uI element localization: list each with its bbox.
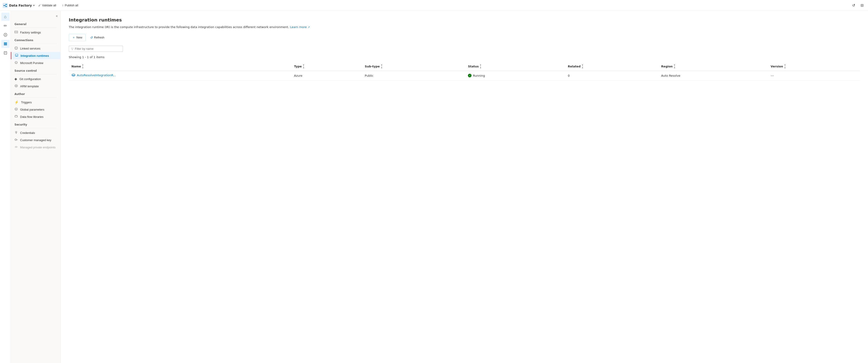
refresh-button-label: Refresh (94, 36, 104, 39)
svg-rect-11 (4, 52, 7, 54)
type-col-label: Type (294, 65, 302, 68)
svg-rect-9 (4, 44, 7, 44)
status-col-label: Status (468, 65, 479, 68)
validate-all-button[interactable]: ✓ Validate all (36, 2, 59, 8)
filter-by-name-input[interactable] (75, 47, 121, 51)
col-header-region: Region ↑↓ (658, 62, 768, 71)
author-divider (14, 97, 57, 98)
manage-icon (3, 42, 7, 46)
integration-runtimes-icon (15, 54, 18, 58)
sidebar-item-data-flow-libraries[interactable]: Data flow libraries (11, 113, 60, 120)
sidebar-item-customer-managed-key[interactable]: Customer managed key (11, 137, 60, 144)
global-parameters-icon (14, 108, 18, 112)
monitor-icon (3, 33, 7, 37)
filter-input-wrapper: ▽ (69, 46, 123, 52)
title-chevron-icon[interactable]: ▾ (33, 4, 35, 7)
validate-icon: ✓ (38, 4, 41, 7)
related-sort-icon: ↑↓ (581, 64, 583, 69)
status-sort-control[interactable]: Status ↑↓ (468, 64, 482, 69)
external-link-icon: ↗ (308, 26, 310, 29)
credentials-icon (14, 131, 18, 135)
table-header: Name ↑↓ Type ↑↓ Sub-type ↑↓ (69, 62, 860, 71)
subtype-sort-icon: ↑↓ (381, 64, 382, 69)
content-area: Integration runtimes The integration run… (61, 11, 868, 363)
col-header-subtype: Sub-type ↑↓ (362, 62, 465, 71)
learn-more-link[interactable]: Learn more ↗ (290, 25, 310, 29)
version-sort-control[interactable]: Version ↑↓ (771, 64, 786, 69)
type-sort-control[interactable]: Type ↑↓ (294, 64, 305, 69)
svg-point-15 (16, 48, 17, 49)
credentials-label: Credentials (20, 131, 35, 134)
git-configuration-label: Git configuration (20, 77, 41, 81)
main-layout: ⌂ ✏ « General (0, 11, 868, 363)
related-col-label: Related (568, 65, 581, 68)
settings-topbar-button[interactable]: ⊟ (859, 2, 865, 8)
author-section-label: Author (11, 90, 60, 97)
security-section-label: Security (11, 120, 60, 127)
name-col-label: Name (71, 65, 81, 68)
sidebar-item-integration-runtimes[interactable]: Integration runtimes (11, 52, 60, 59)
name-sort-control[interactable]: Name ↑↓ (71, 64, 84, 69)
triggers-label: Triggers (21, 101, 32, 104)
subtype-sort-control[interactable]: Sub-type ↑↓ (365, 64, 383, 69)
linked-services-icon (14, 47, 18, 51)
cell-status: Running (465, 71, 565, 81)
filter-bar: ▽ (69, 46, 860, 52)
region-sort-control[interactable]: Region ↑↓ (661, 64, 675, 69)
subtype-col-label: Sub-type (365, 65, 380, 68)
sidebar-item-git-configuration[interactable]: ◆ Git configuration (11, 75, 60, 83)
sidebar-item-linked-services[interactable]: Linked services (11, 45, 60, 52)
version-sort-icon: ↑↓ (784, 64, 786, 69)
refresh-icon: ↺ (90, 36, 93, 39)
manage-nav-button[interactable] (1, 40, 9, 48)
runtime-name-link[interactable]: AutoResolveIntegrationR... (77, 73, 116, 77)
version-col-label: Version (771, 65, 783, 68)
new-button[interactable]: ＋ New (69, 34, 86, 41)
collapse-sidebar-button[interactable]: « (55, 13, 59, 18)
data-flow-libraries-icon (14, 115, 18, 119)
topbar-left: Data Factory ▾ ✓ Validate all ↑ Publish … (3, 2, 848, 8)
svg-point-24 (16, 131, 17, 133)
sidebar-item-global-parameters[interactable]: Global parameters (11, 106, 60, 113)
monitor-nav-button[interactable] (1, 31, 9, 39)
col-header-status: Status ↑↓ (465, 62, 565, 71)
learn-icon (3, 51, 7, 55)
factory-settings-icon (14, 30, 18, 34)
customer-managed-key-icon (14, 138, 18, 142)
col-header-type: Type ↑↓ (291, 62, 362, 71)
general-divider (14, 28, 57, 28)
svg-rect-10 (4, 44, 7, 45)
sidebar-item-triggers[interactable]: ⚡ Triggers (11, 99, 60, 106)
author-nav-button[interactable]: ✏ (1, 22, 9, 30)
publish-icon: ↑ (62, 4, 64, 7)
icon-sidebar: ⌂ ✏ (0, 11, 11, 363)
new-button-label: New (76, 36, 82, 39)
sidebar-item-credentials[interactable]: Credentials (11, 129, 60, 137)
home-nav-button[interactable]: ⌂ (1, 13, 9, 21)
refresh-button[interactable]: ↺ Refresh (88, 34, 107, 41)
cell-name: AutoResolveIntegrationR... (69, 71, 291, 81)
topbar: Data Factory ▾ ✓ Validate all ↑ Publish … (0, 0, 868, 11)
microsoft-purview-label: Microsoft Purview (20, 61, 43, 65)
learn-nav-button[interactable] (1, 49, 9, 57)
items-count: Showing 1 - 1 of 1 items (69, 55, 860, 59)
refresh-topbar-button[interactable]: ↺ (850, 2, 857, 8)
status-dot (468, 74, 471, 77)
linked-services-label: Linked services (20, 47, 40, 50)
sidebar-collapse-row: « (11, 13, 60, 20)
customer-managed-key-label: Customer managed key (20, 139, 51, 142)
sidebar-item-factory-settings[interactable]: Factory settings (11, 29, 60, 36)
page-description: The integration runtime (IR) is the comp… (69, 25, 860, 29)
publish-all-button[interactable]: ↑ Publish all (60, 2, 81, 8)
learn-more-text: Learn more (290, 25, 307, 29)
col-header-version: Version ↑↓ (768, 62, 860, 71)
plus-icon: ＋ (72, 35, 75, 39)
data-factory-logo (3, 3, 8, 8)
related-sort-control[interactable]: Related ↑↓ (568, 64, 583, 69)
sidebar-item-microsoft-purview[interactable]: Microsoft Purview (11, 59, 60, 66)
table-body: AutoResolveIntegrationR... Azure Public … (69, 71, 860, 81)
managed-private-endpoints-label: Managed private endpoints (20, 146, 56, 149)
cell-region: Auto Resolve (658, 71, 768, 81)
cell-related: 0 (565, 71, 658, 81)
sidebar-item-arm-template[interactable]: ARM template (11, 83, 60, 90)
